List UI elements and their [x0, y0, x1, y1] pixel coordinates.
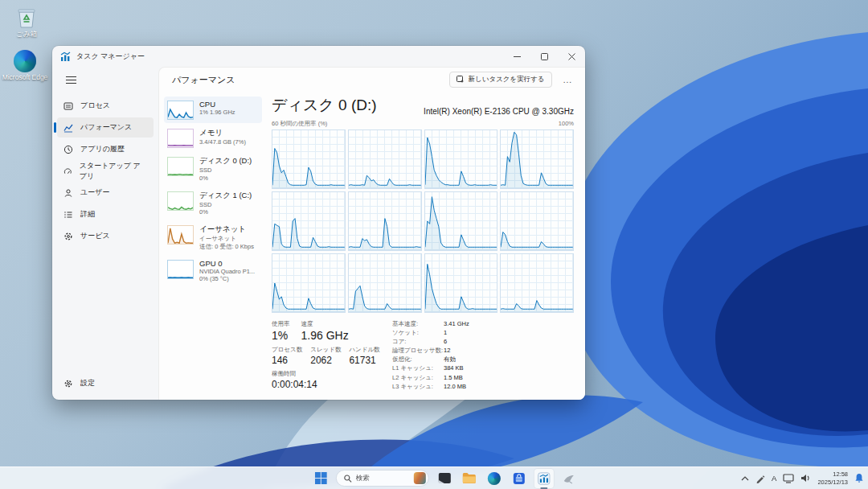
windows-logo-icon: [314, 472, 326, 484]
sidebar-item-label: アプリの履歴: [80, 144, 125, 154]
core-chart-3: [500, 129, 574, 189]
clock[interactable]: 12:58 2025/12/13: [817, 471, 848, 487]
perf-item-sub: イーサネット: [199, 235, 254, 243]
sidebar-item-label: スタートアップ アプリ: [80, 161, 147, 182]
perf-item-gpu-0[interactable]: GPU 0NVIDIA Quadro P1...0% (35 °C): [164, 256, 262, 287]
maximize-button[interactable]: [530, 46, 558, 67]
perf-item-name: CPU: [199, 100, 235, 109]
core-chart-7: [500, 191, 574, 251]
settings-label: 設定: [80, 378, 95, 388]
edge-desktop-icon[interactable]: Microsoft Edge: [2, 50, 48, 81]
notification-bell-icon[interactable]: [854, 473, 864, 483]
perf-item-sub: 3.4/47.8 GB (7%): [199, 138, 246, 146]
disk-0-sparkline: [167, 157, 194, 176]
sidebar-item-details[interactable]: 詳細: [57, 204, 154, 224]
stat-row: L1 キャッシュ:384 KB: [392, 365, 574, 372]
taskbar-store-button[interactable]: [510, 469, 529, 488]
recycle-bin-icon[interactable]: ごみ箱: [3, 6, 50, 38]
run-new-task-button[interactable]: 新しいタスクを実行する: [449, 72, 552, 88]
sidebar-item-settings[interactable]: 設定: [57, 373, 154, 393]
edge-icon: [488, 472, 501, 485]
performance-list: CPU1% 1.96 GHzメモリ3.4/47.8 GB (7%)ディスク 0 …: [162, 95, 264, 393]
stat-row: L2 キャッシュ:1.5 MB: [392, 375, 574, 381]
core-chart-1: [348, 129, 422, 189]
minimize-button[interactable]: [503, 46, 530, 67]
sidebar-item-users[interactable]: ユーザー: [57, 183, 154, 203]
titlebar[interactable]: タスク マネージャー: [52, 46, 585, 67]
sidebar-item-label: 詳細: [80, 209, 95, 220]
search-box[interactable]: 検索: [336, 470, 429, 487]
ethernet-sparkline: [167, 225, 194, 244]
tray-date: 2025/12/13: [817, 479, 848, 487]
window-title: タスク マネージャー: [76, 51, 145, 62]
more-options-button[interactable]: ...: [560, 74, 575, 86]
perf-item-sub: 0% (35 °C): [199, 275, 255, 283]
start-button[interactable]: [311, 469, 330, 488]
perf-item-disk-1[interactable]: ディスク 1 (C:)SSD0%: [164, 187, 262, 220]
run-task-label: 新しいタスクを実行する: [469, 75, 545, 84]
gear-icon: [63, 379, 73, 388]
hamburger-icon: [66, 76, 76, 84]
stat: スレッド数2062: [310, 346, 341, 366]
cpu-sparkline: [167, 101, 194, 120]
taskbar-edge-button[interactable]: [485, 469, 504, 488]
search-icon: [344, 475, 352, 483]
desktop: ごみ箱 Microsoft Edge タスク マネージャー: [0, 0, 868, 489]
sidebar-item-label: プロセス: [80, 101, 110, 111]
perf-item-name: GPU 0: [199, 259, 255, 268]
stat: プロセス数146: [272, 346, 302, 366]
search-highlight-image[interactable]: [414, 472, 426, 484]
sidebar-item-startup-apps[interactable]: スタートアップ アプリ: [57, 161, 154, 181]
task-manager-app-icon: [60, 51, 71, 62]
performance-detail: ディスク 0 (D:) Intel(R) Xeon(R) E-2136 CPU …: [264, 95, 579, 393]
perf-item-cpu[interactable]: CPU1% 1.96 GHz: [164, 97, 262, 123]
perf-item-sub: 1% 1.96 GHz: [199, 109, 235, 117]
perf-item-memory[interactable]: メモリ3.4/47.8 GB (7%): [164, 125, 262, 151]
perf-item-text: CPU1% 1.96 GHz: [199, 100, 235, 117]
perf-item-text: イーサネットイーサネット送信: 0 受信: 0 Kbps: [199, 224, 254, 251]
logical-processor-charts[interactable]: [272, 129, 574, 313]
chart-caption: 60 秒間の使用率 (%): [272, 120, 327, 128]
close-button[interactable]: [558, 46, 585, 67]
perf-item-sub: 送信: 0 受信: 0 Kbps: [199, 243, 254, 251]
navigation-menu-button[interactable]: [59, 70, 83, 89]
stat-row: 論理プロセッサ数:12: [392, 347, 574, 354]
minimize-icon: [514, 53, 521, 60]
taskbar-terminal-button[interactable]: [435, 469, 454, 488]
sidebar-item-processes[interactable]: プロセス: [57, 96, 154, 116]
taskbar-app-button[interactable]: [559, 469, 579, 488]
core-chart-2: [424, 129, 498, 189]
search-placeholder: 検索: [356, 474, 410, 483]
core-chart-4: [272, 191, 346, 251]
tray-time: 12:58: [817, 471, 848, 479]
pen-icon[interactable]: [755, 474, 765, 483]
close-icon: [568, 53, 575, 60]
file-explorer-icon: [462, 472, 477, 484]
perf-item-disk-0[interactable]: ディスク 0 (D:)SSD0%: [164, 153, 262, 186]
main-pane: パフォーマンス 新しいタスクを実行する ... CPU1% 1.96 GHzメモ…: [158, 67, 585, 400]
taskbar-file-explorer-button[interactable]: [460, 469, 479, 488]
speaker-icon[interactable]: [800, 474, 811, 483]
task-manager-icon: [538, 472, 551, 485]
sidebar-item-app-history[interactable]: アプリの履歴: [57, 139, 154, 159]
perf-item-ethernet[interactable]: イーサネットイーサネット送信: 0 受信: 0 Kbps: [164, 221, 262, 254]
sidebar-item-label: ユーザー: [80, 187, 109, 198]
startup-apps-icon: [63, 166, 72, 176]
edge-logo: [14, 50, 36, 72]
perf-item-text: ディスク 1 (C:)SSD0%: [199, 191, 252, 217]
uptime-stat: 稼働時間 0:00:04:14: [272, 370, 381, 390]
performance-icon: [63, 123, 73, 133]
taskbar-task-manager-button[interactable]: [534, 469, 554, 488]
core-chart-10: [424, 253, 498, 313]
perf-item-sub: 0%: [199, 175, 252, 183]
cpu-stats-right: 基本速度:3.41 GHzソケット:1コア:6論理プロセッサ数:12仮想化:有効…: [392, 320, 574, 392]
perf-item-text: GPU 0NVIDIA Quadro P1...0% (35 °C): [199, 259, 255, 284]
perf-item-sub: 0%: [199, 208, 252, 216]
sidebar-item-label: サービス: [80, 231, 110, 241]
ime-mode-indicator[interactable]: A: [772, 474, 776, 483]
page-title: パフォーマンス: [172, 74, 235, 86]
network-icon[interactable]: [783, 474, 794, 483]
sidebar-item-performance[interactable]: パフォーマンス: [57, 117, 154, 138]
tray-chevron-up-icon[interactable]: [741, 475, 749, 482]
sidebar-item-services[interactable]: サービス: [57, 226, 154, 246]
